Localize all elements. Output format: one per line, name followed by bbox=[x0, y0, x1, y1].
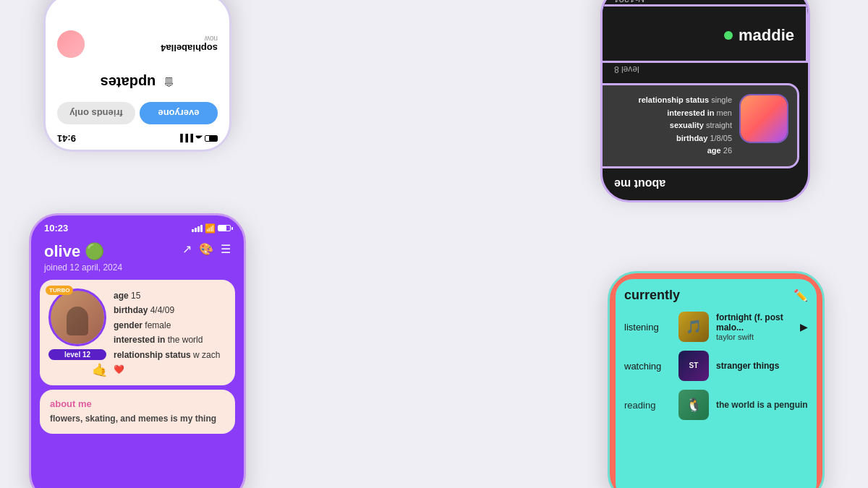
show-thumbnail: ST bbox=[678, 351, 709, 381]
bl-status-bar: 10:23 📶 bbox=[31, 215, 244, 236]
toggle-friends[interactable]: friends only bbox=[57, 102, 135, 124]
bl-about-text: flowers, skating, and memes is my thing bbox=[50, 412, 225, 425]
hand-sticker: 🤙 bbox=[92, 362, 108, 378]
br-listening-text: fortnight (f. post malo... taylor swift bbox=[716, 312, 793, 341]
turbo-badge: TURBO bbox=[46, 286, 73, 295]
tr-username: maddie bbox=[739, 26, 794, 45]
toggle-everyone[interactable]: everyone bbox=[140, 102, 218, 124]
book-thumbnail: 🐧 bbox=[678, 390, 709, 420]
bl-level: level 12 bbox=[48, 349, 106, 360]
br-song-artist: taylor swift bbox=[716, 333, 793, 341]
bl-profile-info: age 15 birthday 4/4/09 gender female int… bbox=[114, 288, 226, 377]
br-listening-label: listening bbox=[624, 322, 671, 333]
update-username: sophiabella4 bbox=[161, 43, 218, 53]
br-book-title: the world is a penguin bbox=[716, 400, 808, 410]
bl-about-title: about me bbox=[50, 398, 225, 409]
wifi-icon: 📶 bbox=[205, 223, 216, 234]
tl-time: 9:41 bbox=[57, 133, 76, 144]
music-thumbnail: 🎵 bbox=[678, 312, 709, 342]
tr-about-label: about me bbox=[603, 173, 808, 200]
br-watching-item: watching ST stranger things bbox=[624, 351, 808, 381]
br-currently-header: currently ✏️ bbox=[624, 288, 808, 303]
trash-icon[interactable]: 🗑 bbox=[163, 76, 174, 89]
share-icon[interactable]: ↗ bbox=[182, 242, 192, 256]
bl-username: olive 🟢 bbox=[44, 242, 122, 261]
bl-joined: joined 12 april, 2024 bbox=[44, 262, 122, 273]
update-avatar bbox=[57, 30, 85, 58]
bl-profile-pic-container: TURBO 🤙 level 12 bbox=[48, 288, 106, 377]
phone-top-left: ☁ ▌▌▌ 9:41 everyone friends only 🗑 updat… bbox=[43, 0, 231, 152]
signal-icon bbox=[192, 225, 203, 232]
update-time: now bbox=[161, 35, 218, 43]
updates-title: updates bbox=[101, 74, 156, 90]
bl-about-card: about me flowers, skating, and memes is … bbox=[40, 390, 235, 434]
br-reading-label: reading bbox=[624, 400, 671, 411]
bl-profile-pic bbox=[48, 288, 106, 346]
br-title: currently bbox=[624, 288, 680, 303]
menu-icon[interactable]: ☰ bbox=[221, 242, 231, 256]
tr-level: level 8 bbox=[603, 63, 808, 79]
br-inner: currently ✏️ listening 🎵 fortnight (f. p… bbox=[616, 279, 817, 488]
tl-status-icons: ☁ ▌▌▌ bbox=[178, 134, 218, 142]
online-dot bbox=[724, 31, 733, 40]
play-button[interactable]: ▶ bbox=[800, 321, 808, 333]
br-song-title: fortnight (f. post malo... bbox=[716, 312, 793, 333]
bl-time: 10:23 bbox=[44, 223, 68, 234]
br-reading-item: reading 🐧 the world is a penguin bbox=[624, 390, 808, 420]
br-watching-text: stranger things bbox=[716, 361, 808, 371]
br-reading-text: the world is a penguin bbox=[716, 400, 808, 410]
br-watching-label: watching bbox=[624, 361, 671, 372]
bl-actions: ↗ 🎨 ☰ bbox=[182, 242, 231, 256]
phone-bottom-right: currently ✏️ listening 🎵 fortnight (f. p… bbox=[608, 271, 825, 488]
tr-info-text: relationship status single interested in… bbox=[600, 94, 732, 158]
bl-status-icons: 📶 bbox=[192, 223, 231, 234]
phone-bottom-left: 10:23 📶 olive 🟢 joined 12 april, 2024 ↗ … bbox=[29, 213, 246, 488]
battery-icon bbox=[218, 225, 231, 231]
br-show-title: stranger things bbox=[716, 361, 808, 371]
br-listening-item: listening 🎵 fortnight (f. post malo... t… bbox=[624, 312, 808, 342]
bl-profile-card: TURBO 🤙 level 12 age 15 birthday 4/4/09 … bbox=[40, 280, 235, 385]
phone-top-right: about me relationship status single inte… bbox=[600, 0, 810, 202]
palette-icon[interactable]: 🎨 bbox=[199, 242, 213, 256]
tr-profile-avatar bbox=[739, 94, 788, 143]
edit-icon[interactable]: ✏️ bbox=[793, 288, 808, 302]
bl-profile-header: olive 🟢 joined 12 april, 2024 ↗ 🎨 ☰ bbox=[31, 236, 244, 275]
